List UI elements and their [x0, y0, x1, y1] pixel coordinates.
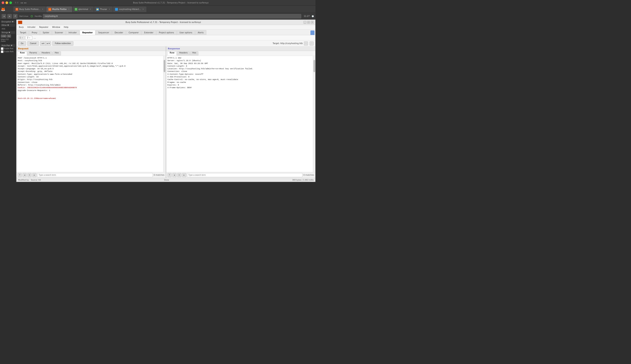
repeater-toolbar: Go Cancel ◂ ▾ ▸ ▾ Follow redirection Tar…: [17, 40, 315, 46]
burp-minimize-btn[interactable]: _: [303, 21, 306, 24]
traffic-light-yellow[interactable]: [6, 2, 8, 4]
tab-intruder[interactable]: Intruder: [66, 30, 79, 35]
response-tab-raw[interactable]: Raw: [168, 52, 177, 56]
request-search-input[interactable]: [37, 173, 153, 177]
sp-button[interactable]: Sp: [7, 34, 11, 38]
request-tab-hex[interactable]: Hex: [53, 52, 61, 56]
menu-intruder[interactable]: Intruder: [26, 26, 37, 29]
tab-alerts[interactable]: Alerts: [195, 30, 206, 35]
enable-refe-checkbox[interactable]: [1, 50, 4, 53]
tab-extender[interactable]: Extender: [142, 30, 156, 35]
repeater-active-indicator: [310, 30, 314, 35]
enable-post-label[interactable]: Enable Post: [1, 47, 15, 50]
main-layout: Encryption ▼ Other ▼ XSS Strings ▼ Load …: [0, 20, 316, 182]
firefox-tab-close[interactable]: ×: [68, 8, 70, 10]
other-arrow: ▼: [7, 24, 9, 26]
traffic-light-red[interactable]: [2, 2, 4, 4]
request-search-add[interactable]: +: [28, 173, 32, 177]
tab-project-options[interactable]: Project options: [156, 30, 177, 35]
response-search-input[interactable]: [187, 173, 303, 177]
thunar-tab-close[interactable]: ×: [108, 8, 111, 10]
tab-sequencer[interactable]: Sequencer: [96, 30, 112, 35]
menu-help[interactable]: Help: [62, 26, 70, 29]
repeater-tab-2[interactable]: 2 ×: [25, 36, 32, 40]
enable-post-checkbox[interactable]: [1, 47, 4, 50]
target-help-button[interactable]: ?: [309, 42, 314, 46]
request-search-next[interactable]: ▸: [32, 173, 36, 177]
cozy-icon: 🌐: [115, 8, 118, 11]
follow-redirection-button[interactable]: Follow redirection: [52, 41, 73, 46]
cozy-tab-close[interactable]: ×: [142, 8, 144, 10]
repeater-tab-2-label: 2: [27, 36, 28, 39]
browser-tab-firefox[interactable]: 🦊 Mozilla Firefox ×: [46, 6, 72, 12]
cancel-button[interactable]: Cancel: [27, 41, 39, 46]
response-search-prev[interactable]: ◂: [172, 173, 176, 177]
response-tab-hex[interactable]: Hex: [190, 52, 198, 56]
tab-decoder[interactable]: Decoder: [112, 30, 126, 35]
burp-main-tabs: Target Proxy Spider Scanner Intruder Rep…: [17, 30, 315, 35]
request-scroll-thumb[interactable]: [164, 60, 165, 72]
reload-button[interactable]: ↺: [13, 14, 18, 18]
browser-tab-burp[interactable]: B Burp Suite Professi... ×: [14, 6, 46, 12]
tab-user-options[interactable]: User options: [177, 30, 195, 35]
xss-item[interactable]: XSS: [1, 27, 15, 30]
request-search-help[interactable]: ?: [18, 173, 22, 177]
request-tab-headers[interactable]: Headers: [40, 52, 53, 56]
burp-maximize-btn[interactable]: □: [307, 21, 310, 24]
encryption-section[interactable]: Encryption ▼: [1, 20, 15, 23]
next-arrow[interactable]: ▸ ▾: [46, 41, 51, 46]
response-scroll-thumb[interactable]: [313, 60, 315, 72]
autopwn-section: Auto-Pwn ▼ Enable Post Enable Refe: [1, 44, 15, 54]
menu-window[interactable]: Window: [51, 26, 62, 29]
menu-burp[interactable]: Burp: [17, 26, 26, 29]
tab-proxy[interactable]: Proxy: [29, 30, 40, 35]
status-bytes: 369 bytes | 1.063 millis: [292, 179, 314, 181]
response-search-bar: ? ◂ + ▸ 0 matches: [166, 172, 316, 178]
response-content[interactable]: HTTP/1.1 302 Server: nginx/1.18.0 (Ubunt…: [166, 56, 313, 172]
request-search-prev[interactable]: ◂: [23, 173, 27, 177]
url-text: https://12: [1, 38, 15, 40]
browser-tab-thunar[interactable]: 📁 Thunar ×: [94, 6, 113, 12]
request-scrollbar[interactable]: [163, 56, 166, 172]
request-tab-params[interactable]: Params: [27, 52, 39, 56]
load-button[interactable]: Load: [1, 34, 7, 38]
burp-close-btn[interactable]: ×: [311, 21, 314, 24]
enable-refe-label[interactable]: Enable Refe: [1, 50, 15, 53]
menu-repeater[interactable]: Repeater: [38, 26, 50, 29]
forward-button[interactable]: ▸: [7, 14, 12, 18]
target-edit-button[interactable]: ✎: [304, 42, 308, 46]
qterminal-tab-close[interactable]: ×: [89, 8, 92, 10]
tab-scanner[interactable]: Scanner: [52, 30, 66, 35]
response-tab-headers[interactable]: Headers: [177, 52, 190, 56]
repeater-tab-1[interactable]: 1 ×: [18, 36, 25, 40]
browser-tab-cozy[interactable]: 🌐 cozyhosting.htb/act... ×: [113, 6, 146, 12]
browser-tab-qterminal[interactable]: Q qterminal ×: [73, 6, 94, 12]
xss-label: XSS: [2, 28, 5, 30]
other-section[interactable]: Other ▼: [1, 24, 15, 26]
repeater-tab-1-close[interactable]: ×: [21, 37, 23, 39]
burp-title: Burp Suite Professional v1.7.31 - Tempor…: [126, 21, 201, 23]
response-scrollbar[interactable]: [313, 56, 315, 172]
tab-spider[interactable]: Spider: [40, 30, 52, 35]
go-button[interactable]: Go: [18, 41, 26, 46]
traffic-light-green[interactable]: [9, 2, 12, 4]
autopwn-label[interactable]: Auto-Pwn ▼: [1, 44, 15, 47]
tab-target[interactable]: Target: [17, 30, 29, 35]
url-bar[interactable]: [43, 14, 301, 18]
back-button[interactable]: ◂: [2, 14, 6, 18]
history-nav: ◂ ▾ ▸ ▾: [40, 41, 51, 46]
request-tab-raw[interactable]: Raw: [18, 52, 27, 56]
response-search-next[interactable]: ▸: [182, 173, 186, 177]
tab-comparer[interactable]: Comparer: [126, 30, 141, 35]
response-content-tabs: Raw Headers Hex: [166, 51, 316, 56]
burp-tab-close[interactable]: ×: [42, 8, 44, 10]
prev-arrow[interactable]: ◂ ▾: [40, 41, 45, 46]
request-content[interactable]: POST /executessh HTTP/1.1 Host: cozyhost…: [17, 56, 163, 172]
response-search-add[interactable]: +: [177, 173, 181, 177]
response-search-help[interactable]: ?: [168, 173, 172, 177]
strings-section[interactable]: Strings ▼: [1, 31, 15, 34]
repeater-tab-more[interactable]: ...: [33, 36, 37, 39]
tab-repeater[interactable]: Repeater: [80, 30, 96, 35]
thunar-icon: 📁: [96, 8, 99, 11]
repeater-tab-2-close[interactable]: ×: [29, 37, 31, 39]
